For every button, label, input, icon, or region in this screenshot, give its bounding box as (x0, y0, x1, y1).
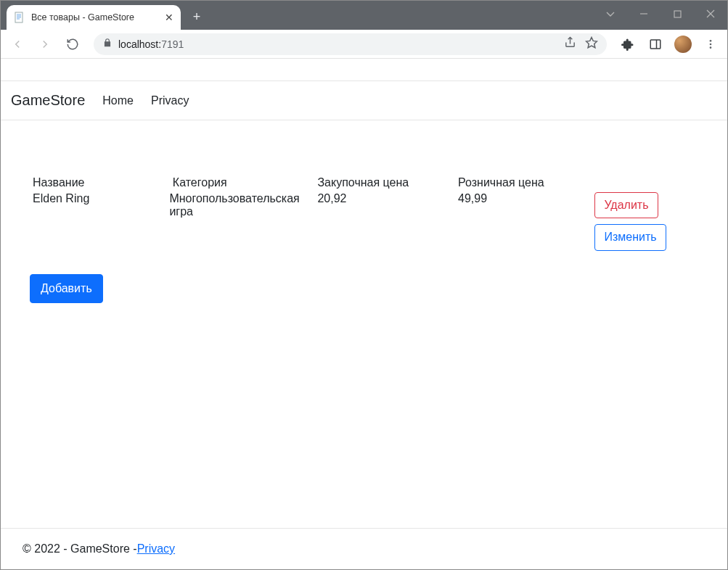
cell-retail-price: 49,99 (455, 191, 592, 252)
tab-close-icon[interactable]: ✕ (165, 12, 173, 23)
th-category: Категория (166, 175, 314, 191)
delete-button[interactable]: Удалить (594, 192, 658, 218)
nav-link-home[interactable]: Home (102, 94, 134, 107)
svg-point-14 (710, 43, 712, 45)
sidepanel-icon[interactable] (643, 32, 668, 57)
window-maximize-icon[interactable] (660, 1, 694, 27)
reload-icon[interactable] (60, 32, 85, 57)
page-viewport: GameStore Home Privacy Название Категори… (1, 59, 727, 569)
window-close-icon[interactable] (694, 1, 727, 27)
address-port: 7191 (161, 38, 184, 50)
table-row: Elden Ring Многопользовательская игра 20… (30, 191, 698, 252)
svg-point-13 (710, 40, 712, 42)
address-text: localhost:7191 (118, 38, 184, 50)
site-footer: © 2022 - GameStore - Privacy (1, 528, 727, 569)
window-minimize-icon[interactable] (627, 1, 660, 27)
svg-point-15 (710, 46, 712, 49)
address-host: localhost: (118, 38, 161, 50)
th-purchase-price: Закупочная цена (314, 175, 455, 191)
back-icon[interactable] (5, 32, 30, 57)
tab-title: Все товары - GameStore (31, 12, 159, 22)
browser-toolbar: localhost:7191 (1, 30, 727, 59)
lock-icon (102, 38, 113, 50)
titlebar: Все товары - GameStore ✕ + (1, 1, 727, 30)
edit-button[interactable]: Изменить (594, 224, 666, 250)
table-header-row: Название Категория Закупочная цена Розни… (30, 175, 698, 191)
brand[interactable]: GameStore (11, 92, 85, 109)
share-icon[interactable] (564, 36, 576, 51)
th-retail-price: Розничная цена (455, 175, 592, 191)
site-navbar: GameStore Home Privacy (1, 80, 727, 120)
browser-window: Все товары - GameStore ✕ + localhost:719… (0, 0, 728, 570)
svg-marker-10 (586, 38, 597, 48)
address-bar[interactable]: localhost:7191 (94, 33, 607, 55)
bookmark-star-icon[interactable] (585, 36, 598, 51)
footer-text: © 2022 - GameStore - (23, 542, 137, 555)
add-button[interactable]: Добавить (30, 274, 103, 303)
forward-icon[interactable] (33, 32, 57, 57)
nav-link-privacy[interactable]: Privacy (151, 94, 189, 107)
cell-name: Elden Ring (30, 191, 166, 252)
extensions-icon[interactable] (615, 32, 640, 57)
cell-category: Многопользовательская игра (166, 191, 314, 252)
row-actions: Удалить Изменить (594, 192, 695, 251)
browser-tab[interactable]: Все товары - GameStore ✕ (7, 5, 181, 30)
th-name: Название (30, 175, 166, 191)
svg-rect-6 (674, 11, 681, 17)
kebab-menu-icon[interactable] (698, 32, 723, 57)
footer-privacy-link[interactable]: Privacy (137, 542, 175, 555)
profile-avatar[interactable] (671, 32, 695, 57)
cell-purchase-price: 20,92 (314, 191, 455, 252)
svg-rect-11 (650, 40, 660, 49)
window-controls (594, 1, 727, 27)
new-tab-button[interactable]: + (187, 7, 207, 27)
main-content: Название Категория Закупочная цена Розни… (1, 120, 727, 528)
products-table: Название Категория Закупочная цена Розни… (30, 175, 698, 252)
window-dropdown-icon[interactable] (594, 1, 627, 27)
avatar (674, 36, 692, 53)
favicon-icon (14, 12, 25, 23)
